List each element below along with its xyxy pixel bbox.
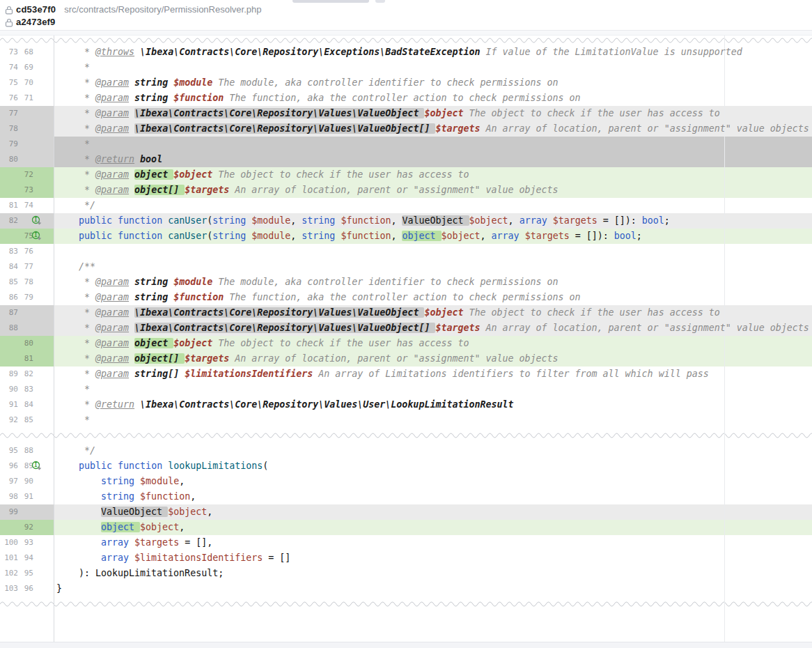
- lock-icon: [5, 5, 13, 14]
- gutter: 10194: [0, 550, 54, 566]
- diff-row: 10295 ): LookupLimitationResult;: [0, 566, 812, 581]
- diff-viewer-window: cd53e7f0 src/contracts/Repository/Permis…: [0, 0, 812, 648]
- diff-row: 7469 *: [0, 60, 812, 75]
- collapsed-lines-separator[interactable]: [0, 428, 812, 443]
- code-line: [54, 244, 812, 259]
- diff-editor: 7368 * @throws \Ibexa\Contracts\Core\Rep…: [0, 31, 812, 648]
- diff-header: cd53e7f0 src/contracts/Repository/Permis…: [0, 0, 812, 31]
- code-line: * @param object $object The object to ch…: [54, 167, 812, 183]
- old-line-number: 76: [0, 91, 18, 106]
- new-line-number: 74: [18, 198, 33, 213]
- code-line: public function canUser(string $module, …: [54, 213, 812, 229]
- new-line-number: 68: [18, 45, 33, 60]
- diff-row: 7671 * @param string $function The funct…: [0, 91, 812, 106]
- implemented-method-icon[interactable]: I: [31, 231, 42, 242]
- code-line: * @param object[] $targets An array of l…: [54, 351, 812, 367]
- code-line: object $object,: [54, 520, 812, 535]
- old-line-number: 81: [0, 198, 18, 213]
- code-line: * @param \Ibexa\Contracts\Core\Repositor…: [54, 121, 812, 137]
- revision-new-hash: a2473ef9: [16, 17, 56, 27]
- collapsed-lines-separator[interactable]: [0, 36, 812, 45]
- diff-row: 7368 * @throws \Ibexa\Contracts\Core\Rep…: [0, 45, 812, 60]
- new-line-number: 90: [18, 474, 33, 489]
- old-line-number: 90: [0, 382, 18, 397]
- code-line: * @param \Ibexa\Contracts\Core\Repositor…: [54, 321, 812, 336]
- diff-row: 9790 string $module,: [0, 474, 812, 489]
- old-line-number: 101: [0, 550, 18, 566]
- old-line-number: 102: [0, 566, 18, 581]
- new-line-number: 91: [18, 489, 33, 504]
- new-line-number: 77: [18, 259, 33, 275]
- diff-row: 9184 * @return \Ibexa\Contracts\Core\Rep…: [0, 397, 812, 412]
- gutter: 7570: [0, 75, 54, 91]
- code-line: * @param object $object The object to ch…: [54, 336, 812, 351]
- new-line-number: 76: [18, 244, 33, 259]
- file-path: src/contracts/Repository/PermissionResol…: [64, 4, 261, 15]
- implemented-method-icon[interactable]: I: [31, 215, 42, 226]
- new-line-number: 93: [18, 535, 33, 550]
- diff-row: 8679 * @param string $function The funct…: [0, 290, 812, 305]
- new-line-number: 78: [18, 275, 33, 290]
- code-line: *: [54, 382, 812, 397]
- gutter: 87: [0, 305, 54, 321]
- code-line: * @throws \Ibexa\Contracts\Core\Reposito…: [54, 45, 812, 60]
- code-line: array $limitationsIdentifiers = []: [54, 550, 812, 566]
- code-line: *: [54, 412, 812, 428]
- gutter: 81: [0, 351, 54, 367]
- old-line-number: 77: [0, 106, 18, 121]
- gutter: 82I: [0, 213, 54, 229]
- new-line-number: 69: [18, 60, 33, 75]
- implemented-method-icon[interactable]: I: [31, 461, 42, 472]
- diff-row: 81 * @param object[] $targets An array o…: [0, 351, 812, 367]
- new-line-number: 85: [18, 412, 33, 428]
- new-line-number: 94: [18, 550, 33, 566]
- gutter: 77: [0, 106, 54, 121]
- gutter: 10295: [0, 566, 54, 581]
- old-line-number: 96: [0, 458, 18, 474]
- code-line: *: [54, 60, 812, 75]
- diff-row: 9083 *: [0, 382, 812, 397]
- new-line-number: 88: [18, 443, 33, 458]
- code-line: * @param \Ibexa\Contracts\Core\Repositor…: [54, 106, 812, 121]
- collapsed-lines-separator[interactable]: [0, 596, 812, 612]
- old-line-number: 79: [0, 137, 18, 152]
- svg-text:I: I: [34, 462, 38, 468]
- diff-row: 80 * @param object $object The object to…: [0, 336, 812, 351]
- diff-row: 8982 * @param string[] $limitationsIdent…: [0, 367, 812, 382]
- diff-row: 10093 array $targets = [],: [0, 535, 812, 550]
- diff-row: 99 ValueObject $object,: [0, 504, 812, 520]
- old-line-number: 83: [0, 244, 18, 259]
- diff-row: 77 * @param \Ibexa\Contracts\Core\Reposi…: [0, 106, 812, 121]
- code-line: * @return \Ibexa\Contracts\Core\Reposito…: [54, 397, 812, 412]
- diff-row: 82I public function canUser(string $modu…: [0, 213, 812, 229]
- svg-text:I: I: [34, 232, 38, 238]
- code-line: * @param string $module The module, aka …: [54, 275, 812, 290]
- code-line: string $function,: [54, 489, 812, 504]
- diff-row: 10396}: [0, 581, 812, 596]
- gutter: 8477: [0, 259, 54, 275]
- window-artifact: [292, 0, 369, 3]
- old-line-number: 92: [0, 412, 18, 428]
- new-line-number: 81: [18, 351, 33, 367]
- revision-old-hash: cd53e7f0: [16, 4, 56, 15]
- old-line-number: 89: [0, 367, 18, 382]
- diff-hunk-1: 7368 * @throws \Ibexa\Contracts\Core\Rep…: [0, 45, 812, 428]
- diff-row: 72 * @param object $object The object to…: [0, 167, 812, 183]
- old-line-number: 82: [0, 213, 18, 229]
- code-line: string $module,: [54, 474, 812, 489]
- gutter: 9588: [0, 443, 54, 458]
- code-line: * @param string $function The function, …: [54, 290, 812, 305]
- gutter: 10093: [0, 535, 54, 550]
- gutter: 9083: [0, 382, 54, 397]
- diff-row: 73 * @param object[] $targets An array o…: [0, 183, 812, 198]
- gutter: 75I: [0, 229, 54, 244]
- new-line-number: 83: [18, 382, 33, 397]
- new-line-number: 79: [18, 290, 33, 305]
- diff-row: 9689I public function lookupLimitations(: [0, 458, 812, 474]
- new-line-number: 92: [18, 520, 33, 535]
- diff-row: 9285 *: [0, 412, 812, 428]
- gutter: 7368: [0, 45, 54, 60]
- old-line-number: 78: [0, 121, 18, 137]
- new-line-number: 72: [18, 167, 33, 183]
- code-line: * @param string $function The function, …: [54, 91, 812, 106]
